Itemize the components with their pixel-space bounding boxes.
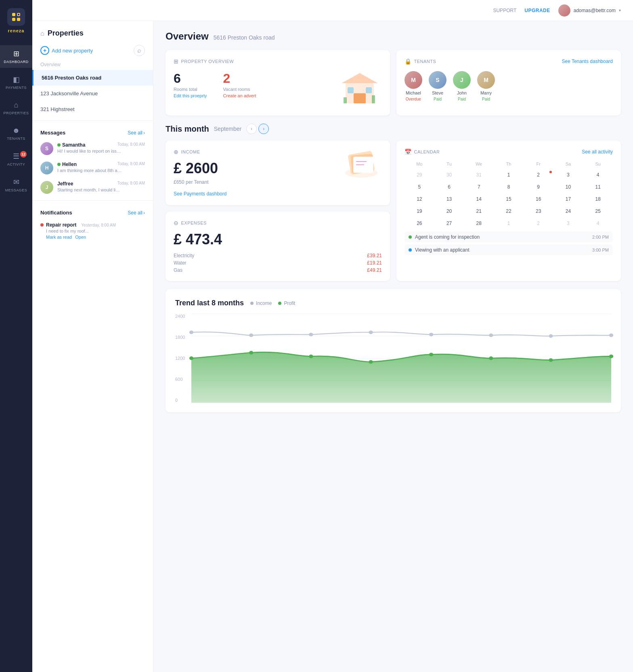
month-prev-button[interactable]: ‹ [246, 124, 257, 134]
cal-day[interactable]: 15 [494, 194, 524, 204]
property-item-3[interactable]: 321 Highstreet [32, 101, 153, 117]
tenant-item-marry[interactable]: M Marry Paid [477, 71, 495, 101]
cal-day[interactable]: 24 [553, 206, 583, 216]
notifications-see-all[interactable]: See all › [128, 210, 145, 216]
notif-open[interactable]: Open [75, 235, 86, 239]
add-property-row: + Add new property ⌕ [32, 42, 153, 59]
this-month-title: This month [166, 124, 209, 134]
property-illustration [333, 71, 382, 107]
cal-day[interactable]: 19 [405, 206, 434, 216]
house-icon: ⌂ [40, 30, 44, 37]
notif-mark-read[interactable]: Mark as read [46, 235, 72, 239]
cal-day[interactable]: 9 [524, 182, 553, 192]
tenant-item-michael[interactable]: M Michael Overdue [405, 71, 422, 101]
msg-time-hellen: Today, 8:00 AM [117, 162, 145, 167]
support-link[interactable]: SUPPORT [493, 8, 516, 13]
notification-item-1: Repair report Yesterday, 8:00 AM I need … [32, 219, 153, 243]
msg-name-jeffree: Jeffree [57, 181, 73, 187]
cal-day[interactable]: 30 [434, 170, 464, 180]
cal-day[interactable]: 1 [494, 170, 524, 180]
message-item-jeffree[interactable]: J Jeffree Today, 8:00 AM Starting next m… [32, 178, 153, 197]
property-item-2[interactable]: 123 Jacksonville Avenue [32, 86, 153, 101]
search-icon: ⌕ [137, 47, 141, 54]
cal-day[interactable]: 5 [405, 182, 434, 192]
chart-label-1200: 1200 [175, 356, 185, 361]
expenses-icon: ⊖ [174, 220, 179, 226]
see-payments-link[interactable]: See Payments dashbord [174, 191, 226, 197]
sidebar-item-messages[interactable]: ✉ MESSAGES [0, 174, 32, 196]
expense-water: Water £19.21 [174, 260, 382, 266]
cal-day[interactable]: 17 [553, 194, 583, 204]
overview-header: Overview 5616 Preston Oaks road [166, 31, 621, 42]
cal-day[interactable]: 4 [583, 218, 613, 229]
payments-icon: ◧ [13, 75, 20, 84]
search-button[interactable]: ⌕ [134, 45, 145, 56]
tenant-avatar-steve: S [429, 71, 446, 89]
user-menu[interactable]: adomas@bettr.com ▾ [558, 4, 621, 17]
chart-area: 2400 1800 1200 600 0 [175, 314, 611, 403]
top-cards-row: ⊞ Property overview 6 Rooms total Edit t… [166, 50, 621, 116]
property-item-1[interactable]: 5616 Preston Oaks road [32, 70, 153, 86]
cal-day[interactable]: 29 [405, 170, 434, 180]
cal-day[interactable]: 6 [434, 182, 464, 192]
message-item-hellen[interactable]: H Hellen Today, 8:00 AM I am thinking mo… [32, 158, 153, 178]
cal-day[interactable]: 7 [464, 182, 494, 192]
notif-dot [40, 223, 44, 227]
cal-day[interactable]: 8 [494, 182, 524, 192]
month-label: September [214, 126, 241, 132]
cal-day[interactable]: 13 [434, 194, 464, 204]
svg-point-30 [429, 353, 433, 356]
cal-day[interactable]: 27 [434, 218, 464, 229]
cal-day[interactable]: 3 [553, 218, 583, 229]
svg-point-18 [189, 330, 193, 334]
calendar-days-header: Mo Tu We Th Fr Sa Su [405, 162, 613, 166]
cal-day[interactable]: 16 [524, 194, 553, 204]
cal-day[interactable]: 3 [553, 170, 583, 180]
messages-see-all[interactable]: See all › [128, 130, 145, 136]
sidebar-item-dashboard[interactable]: ⊞ DASHBOARD [0, 45, 32, 68]
user-email: adomas@bettr.com [574, 8, 616, 13]
msg-name-samantha: Samantha [57, 142, 85, 148]
message-item-samantha[interactable]: S Samantha Today, 8:00 AM Hi! I would li… [32, 139, 153, 158]
cal-day[interactable]: 25 [583, 206, 613, 216]
sidebar-item-tenants[interactable]: ☻ TENANTS [0, 122, 32, 145]
cal-event-viewing-time: 3:00 PM [592, 248, 609, 252]
chart-label-600: 600 [175, 377, 185, 382]
chart-labels: 2400 1800 1200 600 0 [175, 314, 185, 403]
cal-day[interactable]: 28 [464, 218, 494, 229]
cal-day[interactable]: 11 [583, 182, 613, 192]
cal-day[interactable]: 23 [524, 206, 553, 216]
cal-day[interactable]: 22 [494, 206, 524, 216]
tenant-item-steve[interactable]: S Steve Paid [429, 71, 446, 101]
logo-text: reneza [8, 28, 25, 33]
cal-event-inspection: Agent is coming for inspection 2:00 PM [405, 232, 613, 242]
edit-property-link[interactable]: Edit this proeprty [174, 93, 207, 98]
tenant-item-john[interactable]: J John Paid [453, 71, 471, 101]
cal-day[interactable]: 2 [524, 170, 553, 180]
cal-day[interactable]: 2 [524, 218, 553, 229]
see-activity-link[interactable]: See all activity [582, 149, 613, 155]
cal-day[interactable]: 12 [405, 194, 434, 204]
cal-day[interactable]: 20 [434, 206, 464, 216]
upgrade-link[interactable]: UPGRADE [524, 8, 550, 13]
sidebar-item-properties[interactable]: ⌂ PROPERTIES [0, 97, 32, 119]
calendar-week-2: 5 6 7 8 9 10 11 [405, 182, 613, 192]
cal-day[interactable]: 21 [464, 206, 494, 216]
add-property-button[interactable]: + Add new property [40, 46, 93, 55]
cal-day[interactable]: 1 [494, 218, 524, 229]
see-tenants-link[interactable]: See Tenants dashboard [562, 59, 613, 64]
cal-day[interactable]: 10 [553, 182, 583, 192]
month-next-button[interactable]: › [258, 124, 269, 134]
cal-day[interactable]: 26 [405, 218, 434, 229]
sidebar-item-activity[interactable]: ☰ ACTIVITY 12 [0, 148, 32, 170]
sidebar-label-payments: PAYMENTS [6, 86, 27, 90]
cal-day[interactable]: 18 [583, 194, 613, 204]
msg-name-hellen: Hellen [57, 162, 77, 167]
sidebar-item-payments[interactable]: ◧ PAYMENTS [0, 71, 32, 94]
svg-point-22 [429, 333, 433, 336]
cal-day[interactable]: 4 [583, 170, 613, 180]
create-advert-link[interactable]: Create an advert [223, 93, 256, 98]
cal-day[interactable]: 31 [464, 170, 494, 180]
cal-day[interactable]: 14 [464, 194, 494, 204]
expenses-label: ⊖ Expenses [174, 220, 382, 226]
